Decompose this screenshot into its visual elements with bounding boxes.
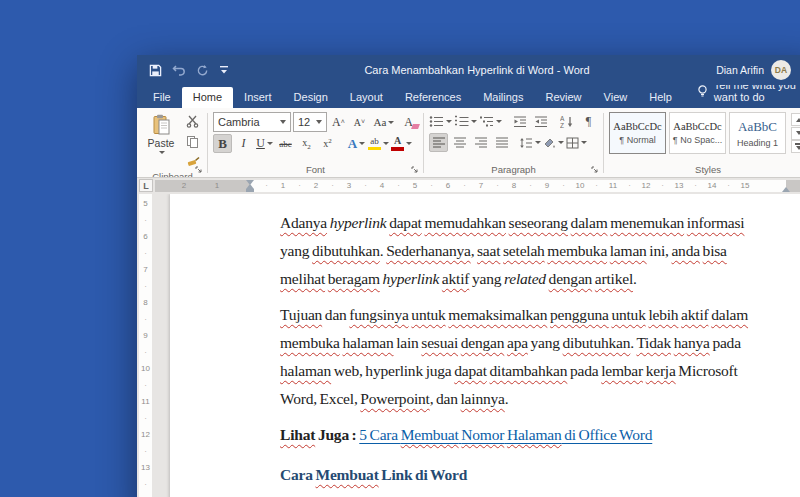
ruler-number: 4 xyxy=(380,181,384,190)
style-card-heading-1[interactable]: AaBbCHeading 1 xyxy=(729,112,786,154)
font-color-button[interactable]: A xyxy=(391,134,412,153)
multilevel-list-button[interactable] xyxy=(479,112,502,131)
align-left-button[interactable] xyxy=(429,133,448,152)
align-right-button[interactable] xyxy=(471,133,490,152)
doc-run: aktif xyxy=(681,306,708,323)
shading-button[interactable] xyxy=(543,133,564,152)
tab-file[interactable]: File xyxy=(142,87,182,108)
redo-icon[interactable] xyxy=(196,64,209,77)
doc-run: dibutuhkan xyxy=(312,242,380,259)
doc-hyperlink[interactable]: Membuat xyxy=(401,426,459,443)
doc-hyperlink[interactable]: Nomor xyxy=(461,426,504,443)
ruler-number: 12 xyxy=(139,430,152,439)
clear-formatting-button[interactable]: A xyxy=(399,113,418,132)
tab-review[interactable]: Review xyxy=(535,87,593,108)
strikethrough-button[interactable]: abc xyxy=(276,134,295,153)
doc-run: Cara xyxy=(280,466,315,483)
doc-run: Sederhananya xyxy=(386,242,471,259)
bullet-list-button[interactable] xyxy=(429,112,452,131)
vertical-ruler[interactable]: 5·6·7·8·9·10·11·12·13· xyxy=(139,194,152,497)
underline-button[interactable]: U xyxy=(255,134,274,153)
bold-button[interactable]: B xyxy=(213,134,232,153)
justify-button[interactable] xyxy=(492,133,511,152)
paste-icon xyxy=(152,114,171,136)
left-indent-marker[interactable] xyxy=(246,189,254,192)
clipboard-dialog-launcher[interactable] xyxy=(193,164,204,175)
cut-icon[interactable] xyxy=(183,112,202,131)
copy-icon[interactable] xyxy=(183,132,202,151)
tab-mailings[interactable]: Mailings xyxy=(472,87,534,108)
ruler-tick: · xyxy=(139,414,152,423)
text-effects-button[interactable]: A xyxy=(347,134,366,153)
doc-run: Adanya xyxy=(280,214,327,231)
horizontal-ruler[interactable]: 1·2·3·4·5·6·7·8·9·10·11·12·13·14·15·12 xyxy=(155,180,800,192)
ruler-number: 5 xyxy=(139,199,152,208)
show-hide-pilcrow-button[interactable]: ¶ xyxy=(579,112,598,131)
doc-run: dalam xyxy=(711,306,748,323)
grow-font-button[interactable]: A˄ xyxy=(329,113,348,132)
ruler-number: 11 xyxy=(609,181,617,190)
doc-line: halaman web, hyperlink juga dapat ditamb… xyxy=(280,357,800,385)
tab-layout[interactable]: Layout xyxy=(339,87,394,108)
italic-button[interactable]: I xyxy=(234,134,253,153)
doc-run: pengguna xyxy=(550,306,609,323)
ribbon: Paste Cli xyxy=(137,108,800,178)
ribbon-group-font: Cambria 12 A˄ A˅ Aa A B I U abc x2 x2 xyxy=(211,111,420,177)
sort-button[interactable]: AZ xyxy=(558,112,577,131)
styles-scroll-down[interactable] xyxy=(791,127,800,140)
doc-run: untuk xyxy=(411,306,445,323)
doc-run: . xyxy=(633,270,637,287)
styles-scroll-up[interactable] xyxy=(791,113,800,126)
doc-hyperlink[interactable]: Halaman xyxy=(507,426,562,443)
undo-icon[interactable] xyxy=(172,64,186,76)
avatar[interactable]: DA xyxy=(771,60,791,80)
account-area[interactable]: Dian Arifin DA xyxy=(716,55,791,85)
borders-button[interactable] xyxy=(566,133,587,152)
ruler-number: 11 xyxy=(139,397,152,406)
ruler-number: 1 xyxy=(215,181,219,190)
styles-more-button[interactable] xyxy=(791,140,800,153)
tab-selector[interactable]: L xyxy=(139,179,153,192)
tab-design[interactable]: Design xyxy=(283,87,339,108)
font-dialog-launcher[interactable] xyxy=(409,164,420,175)
ruler-tick: · xyxy=(562,181,565,190)
tab-references[interactable]: References xyxy=(394,87,472,108)
style-card--no-spac-[interactable]: AaBbCcDc¶ No Spac... xyxy=(669,112,726,154)
paste-button[interactable]: Paste xyxy=(143,112,179,154)
doc-hyperlink[interactable]: di Office Word xyxy=(561,426,652,443)
line-spacing-button[interactable] xyxy=(519,133,541,152)
doc-run: setelah xyxy=(503,242,545,259)
superscript-button[interactable]: x2 xyxy=(318,134,337,153)
document-page[interactable]: Adanya hyperlink dapat memudahkan seseor… xyxy=(170,194,800,497)
tab-insert[interactable]: Insert xyxy=(233,87,283,108)
increase-indent-button[interactable] xyxy=(531,112,550,131)
doc-line: Lihat Juga : 5 Cara Membuat Nomor Halama… xyxy=(280,421,800,449)
doc-run: artikel xyxy=(595,270,633,287)
tab-home[interactable]: Home xyxy=(182,87,233,108)
doc-run: Microsoft xyxy=(676,362,738,379)
decrease-indent-button[interactable] xyxy=(510,112,529,131)
ruler-number: 13 xyxy=(675,181,684,190)
highlight-color-button[interactable]: ab xyxy=(368,134,389,153)
doc-hyperlink[interactable]: 5 Cara xyxy=(359,426,400,443)
lightbulb-icon xyxy=(697,85,708,98)
subscript-button[interactable]: x2 xyxy=(297,134,316,153)
paragraph-dialog-launcher[interactable] xyxy=(589,164,600,175)
save-icon[interactable] xyxy=(149,64,162,77)
font-name-select[interactable]: Cambria xyxy=(213,112,291,132)
shrink-font-button[interactable]: A˅ xyxy=(350,113,369,132)
doc-run: lebih xyxy=(648,306,678,323)
style-card--normal[interactable]: AaBbCcDc¶ Normal xyxy=(609,112,666,154)
font-size-select[interactable]: 12 xyxy=(293,112,327,132)
doc-run: related xyxy=(504,270,546,287)
numbered-list-button[interactable] xyxy=(454,112,477,131)
ruler-number: 10 xyxy=(139,364,152,373)
doc-run: ditambahkan xyxy=(489,362,567,379)
tab-help[interactable]: Help xyxy=(638,87,683,108)
customize-qat-icon[interactable] xyxy=(219,65,229,75)
ruler-row: L 1·2·3·4·5·6·7·8·9·10·11·12·13·14·15·12 xyxy=(137,178,800,194)
right-indent-marker[interactable] xyxy=(782,187,790,192)
tab-view[interactable]: View xyxy=(593,87,639,108)
change-case-button[interactable]: Aa xyxy=(371,113,397,132)
align-center-button[interactable] xyxy=(450,133,469,152)
